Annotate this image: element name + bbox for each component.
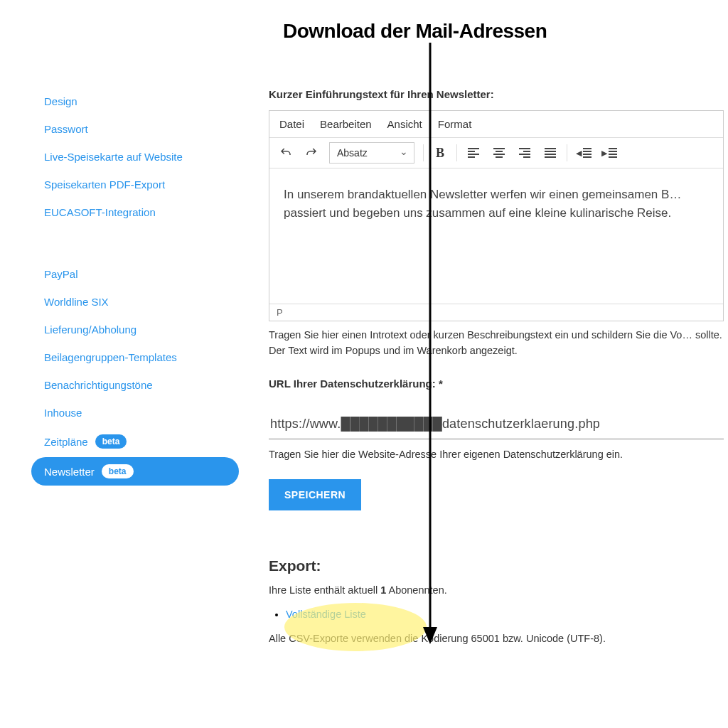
sidebar-item-passwort[interactable]: Passwort [31, 116, 239, 142]
sidebar-item-label: Zeitpläne [44, 436, 88, 448]
export-count-prefix: Ihre Liste enthält aktuell [269, 584, 380, 596]
url-label: URL Ihrer Datenschutzerklärung: * [269, 378, 728, 390]
sidebar-item-zeitplaene[interactable]: Zeitpläne beta [31, 427, 239, 456]
sidebar-item-pdf-export[interactable]: Speisekarten PDF-Export [31, 171, 239, 198]
save-button[interactable]: SPEICHERN [269, 479, 361, 510]
editor-textarea[interactable]: In unserem brandaktuellen Newsletter wer… [269, 168, 723, 304]
sidebar-item-design[interactable]: Design [31, 88, 239, 114]
align-justify-button[interactable] [538, 141, 562, 165]
export-title: Export: [269, 557, 728, 574]
sidebar-item-label: Benachrichtigungstöne [44, 379, 153, 391]
align-left-button[interactable] [461, 141, 486, 165]
rich-text-editor: Datei Bearbeiten Ansicht Format Absatz B… [269, 110, 724, 321]
editor-toolbar: Absatz B ◀ ▶ [269, 138, 723, 168]
sidebar-item-eucasoft[interactable]: EUCASOFT-Integration [31, 199, 239, 225]
full-list-link[interactable]: Vollständige Liste [286, 609, 366, 620]
sidebar-item-label: Live-Speisekarte auf Website [44, 151, 183, 163]
bold-button[interactable]: B [428, 141, 452, 165]
export-section: Export: Ihre Liste enthält aktuell 1 Abo… [269, 557, 728, 644]
sidebar-item-label: Design [44, 95, 77, 107]
sidebar-item-newsletter[interactable]: Newsletter beta [31, 457, 239, 486]
beta-badge: beta [95, 434, 127, 449]
block-format-dropdown[interactable]: Absatz [329, 142, 414, 164]
intro-label: Kurzer Einführungstext für Ihren Newslet… [269, 88, 728, 100]
sidebar-item-worldline[interactable]: Worldline SIX [31, 289, 239, 315]
align-right-button[interactable] [513, 141, 537, 165]
sidebar-item-live-speisekarte[interactable]: Live-Speisekarte auf Website [31, 144, 239, 170]
sidebar-item-lieferung[interactable]: Lieferung/Abholung [31, 316, 239, 343]
sidebar-item-inhouse[interactable]: Inhouse [31, 400, 239, 426]
sidebar-item-label: Lieferung/Abholung [44, 323, 136, 336]
outdent-button[interactable]: ◀ [572, 141, 596, 165]
sidebar: Design Passwort Live-Speisekarte auf Web… [28, 78, 249, 644]
sidebar-item-beilagengruppen[interactable]: Beilagengruppen-Templates [31, 344, 239, 370]
menu-file[interactable]: Datei [279, 118, 304, 130]
menu-edit[interactable]: Bearbeiten [320, 118, 372, 130]
undo-button[interactable] [274, 141, 298, 165]
export-count-suffix: Abonennten. [386, 584, 446, 596]
intro-helper-text: Tragen Sie hier einen Introtext oder kur… [269, 327, 724, 359]
export-count-text: Ihre Liste enthält aktuell 1 Abonennten. [269, 584, 728, 596]
sidebar-item-label: Passwort [44, 123, 88, 135]
menu-view[interactable]: Ansicht [387, 118, 422, 130]
editor-status-path: P [269, 304, 723, 321]
editor-menubar: Datei Bearbeiten Ansicht Format [269, 111, 723, 138]
export-list: Vollständige Liste [286, 609, 728, 620]
indent-button[interactable]: ▶ [597, 141, 621, 165]
sidebar-item-paypal[interactable]: PayPal [31, 261, 239, 287]
sidebar-item-label: EUCASOFT-Integration [44, 206, 156, 218]
list-item: Vollständige Liste [286, 609, 728, 620]
redo-button[interactable] [299, 141, 323, 165]
sidebar-item-label: Speisekarten PDF-Export [44, 178, 165, 191]
sidebar-item-label: Newsletter [44, 466, 95, 478]
sidebar-item-cutoff[interactable] [31, 80, 239, 87]
url-helper-text: Tragen Sie hier die Website-Adresse Ihre… [269, 446, 724, 462]
sidebar-item-benachrichtigungstoene[interactable]: Benachrichtigungstöne [31, 372, 239, 398]
sidebar-item-label: PayPal [44, 268, 78, 280]
sidebar-item-label: Inhouse [44, 407, 82, 419]
menu-format[interactable]: Format [438, 118, 472, 130]
beta-badge: beta [102, 464, 134, 478]
sidebar-item-label: Beilagengruppen-Templates [44, 351, 177, 363]
annotation-title: Download der Mail-Adressen [283, 20, 547, 43]
privacy-url-input[interactable] [269, 410, 724, 439]
sidebar-item-label: Worldline SIX [44, 296, 109, 308]
main-content: Kurzer Einführungstext für Ihren Newslet… [249, 78, 728, 644]
align-center-button[interactable] [487, 141, 511, 165]
export-encoding-text: Alle CSV-Exporte verwenden die Kodierung… [269, 633, 728, 644]
